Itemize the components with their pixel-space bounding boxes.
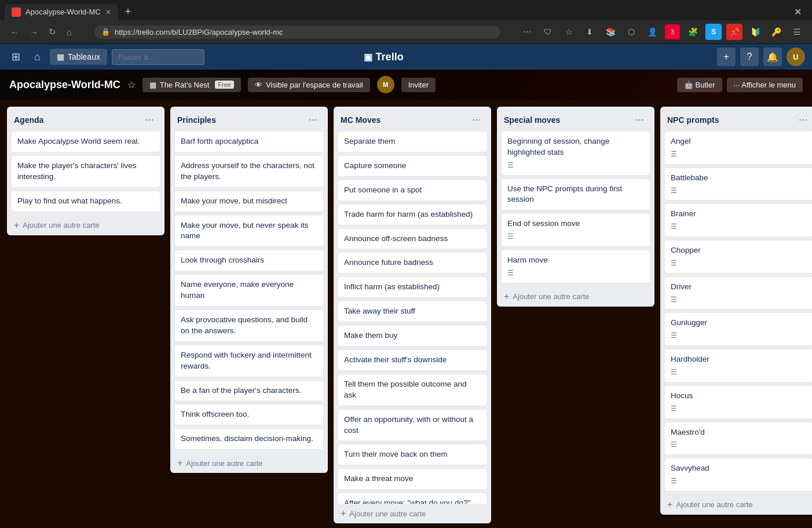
counter-badge[interactable]: 3 xyxy=(665,24,680,39)
card[interactable]: Play to find out what happens. xyxy=(12,191,160,212)
card[interactable]: Offer an opportunity, with or without a … xyxy=(338,410,487,442)
invite-button[interactable]: Inviter xyxy=(401,78,436,92)
home-button[interactable]: ⌂ xyxy=(63,25,75,39)
card[interactable]: End of session move☰ xyxy=(502,214,650,247)
card[interactable]: Announce off-screen badness xyxy=(338,229,487,250)
card[interactable]: Angel☰ xyxy=(665,132,812,165)
grid-button[interactable]: ⊞ xyxy=(7,48,25,65)
card[interactable]: Trade harm for harm (as established) xyxy=(338,205,487,225)
active-tab[interactable]: Apocalypse-World-MC ✕ xyxy=(5,4,118,20)
add-card-button[interactable]: +Ajouter une autre carte xyxy=(660,495,812,515)
card[interactable]: Turn their move back on them xyxy=(338,445,487,465)
s-icon[interactable]: S xyxy=(705,24,722,40)
add-card-button[interactable]: +Ajouter une autre carte xyxy=(334,504,491,523)
pin-button[interactable]: 📌 xyxy=(726,24,742,40)
card[interactable]: Ask provocative questions, and build on … xyxy=(175,310,323,342)
extensions-button[interactable]: ⋯ xyxy=(519,24,535,40)
card[interactable]: Inflict harm (as established) xyxy=(338,277,487,298)
url-bar[interactable]: 🔒 https://trello.com/b/LU2BPiG/apocalyps… xyxy=(94,26,500,39)
card[interactable]: Brainer☰ xyxy=(665,204,812,237)
workspace-button[interactable]: ▦ The Rat's Nest Free xyxy=(142,78,241,92)
card[interactable]: Make your move, but misdirect xyxy=(175,191,323,212)
add-card-button[interactable]: +Ajouter une autre carte xyxy=(497,287,654,307)
card[interactable]: Sometimes, disclaim decision-making. xyxy=(175,429,323,450)
back-button[interactable]: ← xyxy=(7,25,23,39)
card[interactable]: After every move: "what do you do?" xyxy=(338,493,487,504)
card[interactable]: Driver☰ xyxy=(665,277,812,310)
card[interactable]: Make the player's characters' lives inte… xyxy=(12,156,160,188)
card-desc-icon: ☰ xyxy=(671,367,807,377)
card[interactable]: Separate them xyxy=(338,132,487,152)
shield-icon[interactable]: 🛡 xyxy=(540,24,556,40)
reload-button[interactable]: ↻ xyxy=(45,24,60,39)
card[interactable]: Make them buy xyxy=(338,326,487,347)
card[interactable]: Maestro'd☰ xyxy=(665,423,812,456)
card[interactable]: Capture someone xyxy=(338,156,487,177)
puzzle-button[interactable]: 🧩 xyxy=(685,24,701,40)
home-button[interactable]: ⌂ xyxy=(30,49,45,65)
column-menu-button[interactable]: ··· xyxy=(142,112,158,127)
member-avatar[interactable]: M xyxy=(377,76,394,93)
search-input[interactable] xyxy=(112,49,204,65)
card-desc-icon: ☰ xyxy=(671,476,807,486)
card[interactable]: Use the NPC prompts during first session xyxy=(502,179,650,211)
column-title: Principles xyxy=(177,115,305,125)
card[interactable]: Barf forth apocalyptica xyxy=(175,132,323,152)
plus-button[interactable]: + xyxy=(717,48,736,66)
add-card-button[interactable]: +Ajouter une autre carte xyxy=(170,453,328,473)
card[interactable]: Respond with fuckery and intermittent re… xyxy=(175,345,323,377)
card[interactable]: Look through crosshairs xyxy=(175,250,323,271)
user-avatar[interactable]: U xyxy=(787,48,805,66)
card[interactable]: Announce future badness xyxy=(338,253,487,274)
lock2-icon[interactable]: 🔑 xyxy=(768,24,784,40)
column-menu-button[interactable]: ··· xyxy=(632,112,648,127)
card[interactable]: Put someone in a spot xyxy=(338,180,487,201)
card[interactable]: Make your move, but never speak its name xyxy=(175,216,323,247)
column-menu-button[interactable]: ··· xyxy=(305,112,321,127)
card[interactable]: Harm move☰ xyxy=(502,250,650,283)
library-button[interactable]: 📚 xyxy=(602,24,619,40)
card[interactable]: Make a threat move xyxy=(338,469,487,490)
card[interactable]: Tell them the possible outcome and ask xyxy=(338,374,487,406)
card[interactable]: Hocus☰ xyxy=(665,386,812,419)
plus-icon: + xyxy=(667,500,672,510)
forward-button[interactable]: → xyxy=(26,25,42,39)
hamburger-button[interactable]: ☰ xyxy=(789,24,805,40)
tableaux-button[interactable]: ▦ Tableaux xyxy=(50,49,107,65)
menu-dots-icon: ··· xyxy=(734,81,740,89)
card[interactable]: Make Apocalypse World seem real. xyxy=(12,132,160,152)
card[interactable]: Address yourself to the characters, not … xyxy=(175,156,323,188)
column-menu-button[interactable]: ··· xyxy=(795,112,811,127)
card[interactable]: Battlebabe☰ xyxy=(665,168,812,201)
menu-button[interactable]: ··· Afficher le menu xyxy=(727,78,803,92)
visibility-button[interactable]: 👁 Visible par l'espace de travail xyxy=(248,78,370,92)
info-button[interactable]: ? xyxy=(740,48,759,66)
board-star-button[interactable]: ☆ xyxy=(127,79,136,90)
card[interactable]: Hardholder☰ xyxy=(665,349,812,383)
card[interactable]: Activate their stuff's downside xyxy=(338,350,487,371)
nav-right: ⋯ 🛡 ☆ ⬇ 📚 ⬡ 👤 3 🧩 S 📌 🔰 🔑 ☰ xyxy=(519,24,805,40)
column-header-npc-prompts: NPC prompts··· xyxy=(660,107,812,132)
card[interactable]: Name everyone, make everyone human xyxy=(175,275,323,307)
card[interactable]: Chopper☰ xyxy=(665,241,812,274)
card[interactable]: Take away their stuff xyxy=(338,301,487,322)
card[interactable]: Be a fan of the player's characters. xyxy=(175,381,323,402)
download-button[interactable]: ⬇ xyxy=(581,24,598,40)
vpn-button[interactable]: 🔰 xyxy=(747,24,763,40)
card[interactable]: Beginning of session, change highlighted… xyxy=(502,132,650,176)
profile-button[interactable]: 👤 xyxy=(644,24,660,40)
card-desc-icon: ☰ xyxy=(671,150,807,159)
add-card-button[interactable]: +Ajouter une autre carte xyxy=(7,216,164,235)
star-button[interactable]: ☆ xyxy=(561,24,577,40)
column-title: Special moves xyxy=(504,115,632,125)
bell-button[interactable]: 🔔 xyxy=(763,48,782,66)
column-menu-button[interactable]: ··· xyxy=(469,112,484,127)
card[interactable]: Gunlugger☰ xyxy=(665,313,812,346)
new-tab-button[interactable]: + xyxy=(120,3,136,20)
sync-button[interactable]: ⬡ xyxy=(623,24,639,40)
card[interactable]: Think offscreen too. xyxy=(175,405,323,425)
browser-close-button[interactable]: ✕ xyxy=(788,4,807,20)
butler-button[interactable]: 🤖 Butler xyxy=(677,78,722,92)
card[interactable]: Savvyhead☰ xyxy=(665,458,812,491)
tab-close-button[interactable]: ✕ xyxy=(105,8,111,16)
